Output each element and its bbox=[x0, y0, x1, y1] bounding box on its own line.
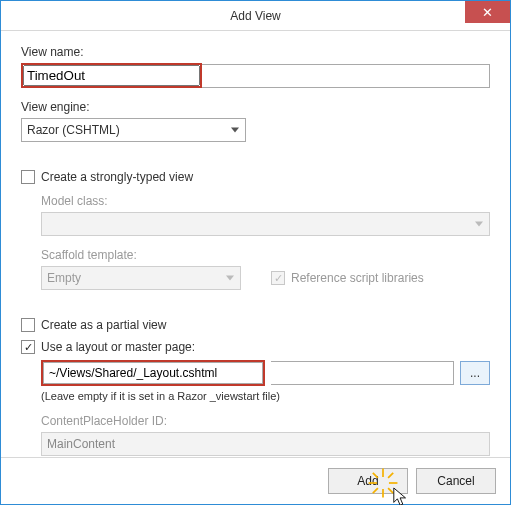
use-layout-label: Use a layout or master page: bbox=[41, 340, 195, 354]
view-name-input[interactable] bbox=[23, 65, 200, 86]
view-name-row bbox=[21, 63, 490, 88]
dialog-content: View name: View engine: Razor (CSHTML) C… bbox=[1, 31, 510, 457]
view-engine-select[interactable]: Razor (CSHTML) bbox=[21, 118, 246, 142]
view-engine-label: View engine: bbox=[21, 100, 490, 114]
add-button[interactable]: Add bbox=[328, 468, 408, 494]
close-icon: ✕ bbox=[482, 5, 493, 20]
titlebar: Add View ✕ bbox=[1, 1, 510, 31]
browse-button-label: ... bbox=[470, 366, 480, 380]
view-name-highlight bbox=[21, 63, 202, 88]
layout-path-highlight bbox=[41, 360, 265, 386]
dialog-window: Add View ✕ View name: View engine: Razor… bbox=[0, 0, 511, 505]
strongly-typed-checkbox[interactable] bbox=[21, 170, 35, 184]
strongly-typed-row: Create a strongly-typed view bbox=[21, 170, 490, 184]
model-class-label: Model class: bbox=[41, 194, 490, 208]
use-layout-checkbox[interactable] bbox=[21, 340, 35, 354]
partial-view-label: Create as a partial view bbox=[41, 318, 166, 332]
dialog-footer: Add Cancel bbox=[1, 457, 510, 504]
layout-path-row: ... bbox=[41, 360, 490, 386]
dialog-title: Add View bbox=[230, 9, 280, 23]
close-button[interactable]: ✕ bbox=[465, 1, 510, 23]
partial-view-row: Create as a partial view bbox=[21, 318, 490, 332]
content-placeholder-label: ContentPlaceHolder ID: bbox=[41, 414, 490, 428]
layout-path-input[interactable] bbox=[43, 362, 263, 384]
scaffold-template-label: Scaffold template: bbox=[41, 248, 490, 262]
add-button-label: Add bbox=[357, 474, 378, 488]
browse-button[interactable]: ... bbox=[460, 361, 490, 385]
view-engine-value: Razor (CSHTML) bbox=[27, 123, 120, 137]
layout-hint: (Leave empty if it is set in a Razor _vi… bbox=[41, 390, 490, 402]
reference-scripts-row: Reference script libraries bbox=[271, 271, 424, 285]
view-name-input-extend[interactable] bbox=[202, 64, 490, 88]
strongly-typed-label: Create a strongly-typed view bbox=[41, 170, 193, 184]
reference-scripts-checkbox bbox=[271, 271, 285, 285]
scaffold-template-select: Empty bbox=[41, 266, 241, 290]
content-placeholder-input bbox=[41, 432, 490, 456]
cancel-button-label: Cancel bbox=[437, 474, 474, 488]
view-name-label: View name: bbox=[21, 45, 490, 59]
reference-scripts-label: Reference script libraries bbox=[291, 271, 424, 285]
use-layout-row: Use a layout or master page: bbox=[21, 340, 490, 354]
layout-group: ... (Leave empty if it is set in a Razor… bbox=[41, 360, 490, 456]
layout-path-input-extend[interactable] bbox=[271, 361, 454, 385]
model-class-group: Model class: Scaffold template: Empty Re… bbox=[41, 194, 490, 290]
cancel-button[interactable]: Cancel bbox=[416, 468, 496, 494]
scaffold-template-value: Empty bbox=[47, 271, 81, 285]
partial-view-checkbox[interactable] bbox=[21, 318, 35, 332]
model-class-select bbox=[41, 212, 490, 236]
